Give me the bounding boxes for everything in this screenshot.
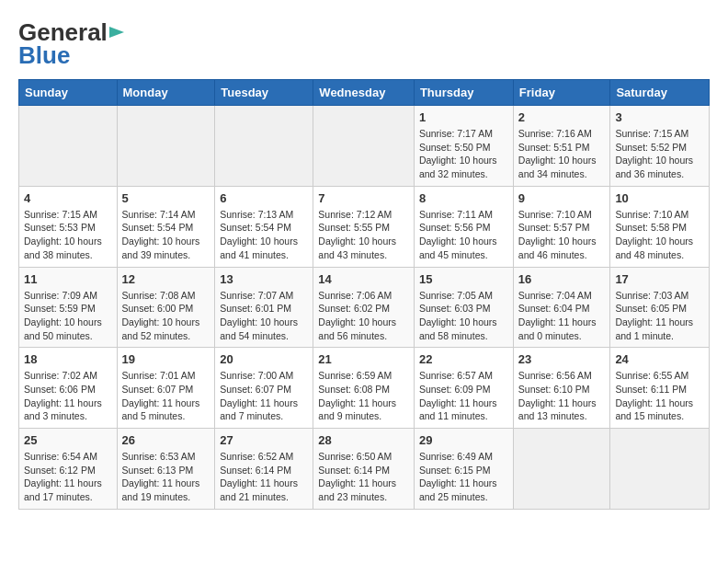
day-info: Sunrise: 6:57 AMSunset: 6:09 PMDaylight:… [419,369,508,423]
day-info: Sunrise: 7:00 AMSunset: 6:07 PMDaylight:… [220,369,308,423]
day-number: 26 [122,433,210,447]
day-info: Sunrise: 7:14 AMSunset: 5:54 PMDaylight:… [122,208,210,262]
day-number: 10 [615,191,704,205]
day-number: 19 [122,352,210,366]
day-number: 9 [518,191,606,205]
calendar-cell: 27Sunrise: 6:52 AMSunset: 6:14 PMDayligh… [215,429,313,510]
weekday-header-tuesday: Tuesday [215,80,313,106]
calendar-cell [313,106,415,187]
calendar-cell: 6Sunrise: 7:13 AMSunset: 5:54 PMDaylight… [215,186,313,267]
calendar-cell: 18Sunrise: 7:02 AMSunset: 6:06 PMDayligh… [19,348,118,429]
weekday-header-sunday: Sunday [19,80,118,106]
day-info: Sunrise: 7:15 AMSunset: 5:53 PMDaylight:… [24,208,112,262]
calendar-cell: 20Sunrise: 7:00 AMSunset: 6:07 PMDayligh… [215,348,313,429]
calendar-cell: 19Sunrise: 7:01 AMSunset: 6:07 PMDayligh… [117,348,215,429]
calendar-cell: 17Sunrise: 7:03 AMSunset: 6:05 PMDayligh… [610,267,710,348]
day-info: Sunrise: 6:53 AMSunset: 6:13 PMDaylight:… [122,450,210,504]
calendar-cell: 2Sunrise: 7:16 AMSunset: 5:51 PMDaylight… [513,106,610,187]
day-number: 28 [318,433,409,447]
calendar-cell: 1Sunrise: 7:17 AMSunset: 5:50 PMDaylight… [414,106,513,187]
calendar-cell: 11Sunrise: 7:09 AMSunset: 5:59 PMDayligh… [19,267,118,348]
calendar-cell [19,106,118,187]
week-row-5: 25Sunrise: 6:54 AMSunset: 6:12 PMDayligh… [19,429,710,510]
calendar-cell: 4Sunrise: 7:15 AMSunset: 5:53 PMDaylight… [19,186,118,267]
calendar-cell: 12Sunrise: 7:08 AMSunset: 6:00 PMDayligh… [117,267,215,348]
day-number: 13 [220,272,308,286]
weekday-header-friday: Friday [513,80,610,106]
day-number: 2 [518,110,606,124]
day-info: Sunrise: 7:04 AMSunset: 6:04 PMDaylight:… [518,289,606,343]
calendar-cell: 8Sunrise: 7:11 AMSunset: 5:56 PMDaylight… [414,186,513,267]
day-info: Sunrise: 6:52 AMSunset: 6:14 PMDaylight:… [220,450,308,504]
calendar-cell: 14Sunrise: 7:06 AMSunset: 6:02 PMDayligh… [313,267,415,348]
week-row-2: 4Sunrise: 7:15 AMSunset: 5:53 PMDaylight… [19,186,710,267]
calendar-cell: 23Sunrise: 6:56 AMSunset: 6:10 PMDayligh… [513,348,610,429]
week-row-3: 11Sunrise: 7:09 AMSunset: 5:59 PMDayligh… [19,267,710,348]
day-info: Sunrise: 7:03 AMSunset: 6:05 PMDaylight:… [615,289,704,343]
calendar-cell: 7Sunrise: 7:12 AMSunset: 5:55 PMDaylight… [313,186,415,267]
week-row-4: 18Sunrise: 7:02 AMSunset: 6:06 PMDayligh… [19,348,710,429]
weekday-header-thursday: Thursday [414,80,513,106]
calendar-cell: 22Sunrise: 6:57 AMSunset: 6:09 PMDayligh… [414,348,513,429]
day-number: 12 [122,272,210,286]
day-number: 7 [318,191,409,205]
day-number: 1 [419,110,508,124]
day-info: Sunrise: 7:16 AMSunset: 5:51 PMDaylight:… [518,127,606,181]
day-info: Sunrise: 7:12 AMSunset: 5:55 PMDaylight:… [318,208,409,262]
day-info: Sunrise: 7:01 AMSunset: 6:07 PMDaylight:… [122,369,210,423]
day-number: 20 [220,352,308,366]
day-info: Sunrise: 6:50 AMSunset: 6:14 PMDaylight:… [318,450,409,504]
calendar-cell: 13Sunrise: 7:07 AMSunset: 6:01 PMDayligh… [215,267,313,348]
day-info: Sunrise: 7:07 AMSunset: 6:01 PMDaylight:… [220,289,308,343]
day-number: 11 [24,272,112,286]
calendar-cell: 21Sunrise: 6:59 AMSunset: 6:08 PMDayligh… [313,348,415,429]
day-info: Sunrise: 7:05 AMSunset: 6:03 PMDaylight:… [419,289,508,343]
day-number: 6 [220,191,308,205]
day-number: 27 [220,433,308,447]
day-info: Sunrise: 6:54 AMSunset: 6:12 PMDaylight:… [24,450,112,504]
day-number: 25 [24,433,112,447]
day-number: 16 [518,272,606,286]
day-number: 21 [318,352,409,366]
week-row-1: 1Sunrise: 7:17 AMSunset: 5:50 PMDaylight… [19,106,710,187]
calendar-cell: 3Sunrise: 7:15 AMSunset: 5:52 PMDaylight… [610,106,710,187]
day-number: 14 [318,272,409,286]
weekday-header-row: SundayMondayTuesdayWednesdayThursdayFrid… [19,80,710,106]
day-info: Sunrise: 6:49 AMSunset: 6:15 PMDaylight:… [419,450,508,504]
day-number: 24 [615,352,704,366]
calendar-cell: 5Sunrise: 7:14 AMSunset: 5:54 PMDaylight… [117,186,215,267]
calendar-cell: 26Sunrise: 6:53 AMSunset: 6:13 PMDayligh… [117,429,215,510]
day-info: Sunrise: 7:11 AMSunset: 5:56 PMDaylight:… [419,208,508,262]
day-info: Sunrise: 7:09 AMSunset: 5:59 PMDaylight:… [24,289,112,343]
day-info: Sunrise: 6:59 AMSunset: 6:08 PMDaylight:… [318,369,409,423]
calendar-cell [117,106,215,187]
calendar-cell: 25Sunrise: 6:54 AMSunset: 6:12 PMDayligh… [19,429,118,510]
day-number: 8 [419,191,508,205]
calendar-table: SundayMondayTuesdayWednesdayThursdayFrid… [18,79,710,510]
day-number: 18 [24,352,112,366]
svg-marker-0 [109,27,124,38]
day-info: Sunrise: 7:08 AMSunset: 6:00 PMDaylight:… [122,289,210,343]
day-number: 17 [615,272,704,286]
calendar-cell: 9Sunrise: 7:10 AMSunset: 5:57 PMDaylight… [513,186,610,267]
calendar-cell [215,106,313,187]
calendar-cell [610,429,710,510]
day-info: Sunrise: 7:02 AMSunset: 6:06 PMDaylight:… [24,369,112,423]
calendar-cell [513,429,610,510]
day-number: 3 [615,110,704,124]
day-info: Sunrise: 7:13 AMSunset: 5:54 PMDaylight:… [220,208,308,262]
header: General Blue [18,18,710,70]
day-info: Sunrise: 7:17 AMSunset: 5:50 PMDaylight:… [419,127,508,181]
calendar-cell: 24Sunrise: 6:55 AMSunset: 6:11 PMDayligh… [610,348,710,429]
day-info: Sunrise: 7:15 AMSunset: 5:52 PMDaylight:… [615,127,704,181]
calendar-cell: 28Sunrise: 6:50 AMSunset: 6:14 PMDayligh… [313,429,415,510]
day-info: Sunrise: 7:10 AMSunset: 5:57 PMDaylight:… [518,208,606,262]
weekday-header-wednesday: Wednesday [313,80,415,106]
day-number: 4 [24,191,112,205]
day-number: 29 [419,433,508,447]
day-number: 5 [122,191,210,205]
calendar-cell: 29Sunrise: 6:49 AMSunset: 6:15 PMDayligh… [414,429,513,510]
logo-arrow-icon [109,24,126,40]
day-info: Sunrise: 6:56 AMSunset: 6:10 PMDaylight:… [518,369,606,423]
day-number: 15 [419,272,508,286]
